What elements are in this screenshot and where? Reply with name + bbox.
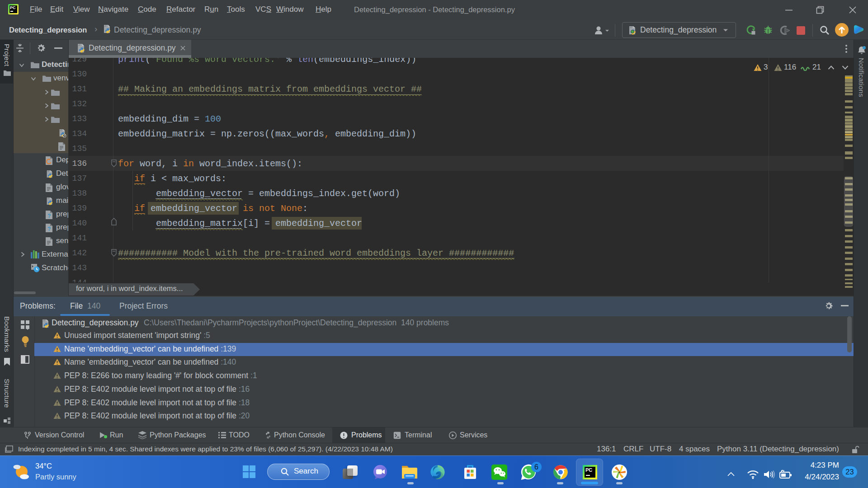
svg-text:?: ? xyxy=(47,213,51,219)
svg-text:?: ? xyxy=(47,226,51,232)
